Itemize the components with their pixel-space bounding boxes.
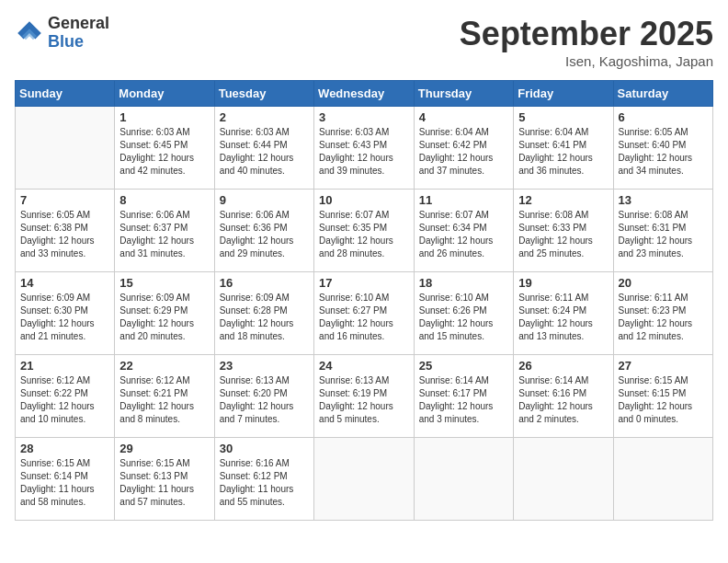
day-header-monday: Monday [115, 81, 214, 107]
calendar-cell: 18Sunrise: 6:10 AM Sunset: 6:26 PM Dayli… [414, 272, 513, 355]
day-info: Sunrise: 6:08 AM Sunset: 6:31 PM Dayligh… [619, 209, 709, 260]
day-info: Sunrise: 6:15 AM Sunset: 6:15 PM Dayligh… [619, 374, 709, 426]
day-info: Sunrise: 6:09 AM Sunset: 6:29 PM Dayligh… [119, 292, 209, 343]
day-number: 22 [119, 359, 209, 373]
calendar-cell: 3Sunrise: 6:03 AM Sunset: 6:43 PM Daylig… [314, 107, 415, 190]
day-info: Sunrise: 6:06 AM Sunset: 6:37 PM Dayligh… [119, 209, 209, 260]
logo-general-text: General [48, 15, 109, 33]
logo-blue-text: Blue [48, 33, 109, 52]
day-number: 4 [419, 110, 508, 124]
calendar-cell [414, 438, 513, 521]
calendar-cell: 28Sunrise: 6:15 AM Sunset: 6:14 PM Dayli… [16, 438, 115, 521]
calendar-cell: 11Sunrise: 6:07 AM Sunset: 6:34 PM Dayli… [414, 190, 513, 272]
calendar-week-row: 21Sunrise: 6:12 AM Sunset: 6:22 PM Dayli… [16, 355, 713, 438]
day-number: 8 [119, 193, 209, 207]
calendar-cell: 16Sunrise: 6:09 AM Sunset: 6:28 PM Dayli… [214, 272, 313, 355]
day-number: 13 [619, 193, 709, 207]
calendar-title: September 2025 [460, 15, 713, 53]
calendar-week-row: 1Sunrise: 6:03 AM Sunset: 6:45 PM Daylig… [16, 107, 713, 190]
day-number: 11 [419, 193, 508, 207]
calendar-cell: 6Sunrise: 6:05 AM Sunset: 6:40 PM Daylig… [613, 107, 713, 190]
day-info: Sunrise: 6:09 AM Sunset: 6:28 PM Dayligh… [220, 292, 309, 343]
logo-icon [15, 18, 44, 48]
day-header-thursday: Thursday [414, 81, 513, 107]
day-info: Sunrise: 6:11 AM Sunset: 6:23 PM Dayligh… [619, 292, 709, 343]
calendar-week-row: 28Sunrise: 6:15 AM Sunset: 6:14 PM Dayli… [16, 438, 713, 521]
day-info: Sunrise: 6:15 AM Sunset: 6:14 PM Dayligh… [20, 457, 109, 509]
calendar-cell: 24Sunrise: 6:13 AM Sunset: 6:19 PM Dayli… [314, 355, 415, 438]
calendar-cell: 2Sunrise: 6:03 AM Sunset: 6:44 PM Daylig… [214, 107, 313, 190]
day-number: 9 [220, 193, 309, 207]
calendar-cell: 7Sunrise: 6:05 AM Sunset: 6:38 PM Daylig… [16, 190, 115, 272]
calendar-cell: 29Sunrise: 6:15 AM Sunset: 6:13 PM Dayli… [115, 438, 214, 521]
calendar-cell: 26Sunrise: 6:14 AM Sunset: 6:16 PM Dayli… [514, 355, 613, 438]
day-info: Sunrise: 6:14 AM Sunset: 6:16 PM Dayligh… [518, 374, 608, 426]
calendar-body: 1Sunrise: 6:03 AM Sunset: 6:45 PM Daylig… [16, 107, 713, 521]
logo-text: General Blue [48, 15, 109, 52]
day-info: Sunrise: 6:13 AM Sunset: 6:20 PM Dayligh… [220, 374, 309, 426]
day-info: Sunrise: 6:10 AM Sunset: 6:26 PM Dayligh… [419, 292, 508, 343]
day-info: Sunrise: 6:03 AM Sunset: 6:43 PM Dayligh… [319, 126, 409, 178]
day-info: Sunrise: 6:07 AM Sunset: 6:34 PM Dayligh… [419, 209, 508, 260]
calendar-cell: 25Sunrise: 6:14 AM Sunset: 6:17 PM Dayli… [414, 355, 513, 438]
day-number: 26 [518, 359, 608, 373]
logo: General Blue [15, 15, 109, 52]
calendar-cell: 20Sunrise: 6:11 AM Sunset: 6:23 PM Dayli… [613, 272, 713, 355]
day-number: 10 [319, 193, 409, 207]
day-info: Sunrise: 6:16 AM Sunset: 6:12 PM Dayligh… [220, 457, 309, 509]
calendar-table: SundayMondayTuesdayWednesdayThursdayFrid… [15, 80, 713, 521]
day-info: Sunrise: 6:09 AM Sunset: 6:30 PM Dayligh… [20, 292, 109, 343]
day-number: 25 [419, 359, 508, 373]
day-number: 5 [518, 110, 608, 124]
calendar-cell: 1Sunrise: 6:03 AM Sunset: 6:45 PM Daylig… [115, 107, 214, 190]
day-number: 19 [518, 276, 608, 290]
day-header-wednesday: Wednesday [314, 81, 415, 107]
day-number: 21 [20, 359, 109, 373]
day-info: Sunrise: 6:07 AM Sunset: 6:35 PM Dayligh… [319, 209, 409, 260]
day-number: 23 [220, 359, 309, 373]
calendar-cell: 13Sunrise: 6:08 AM Sunset: 6:31 PM Dayli… [613, 190, 713, 272]
day-number: 2 [220, 110, 309, 124]
day-number: 18 [419, 276, 508, 290]
day-info: Sunrise: 6:06 AM Sunset: 6:36 PM Dayligh… [220, 209, 309, 260]
day-info: Sunrise: 6:11 AM Sunset: 6:24 PM Dayligh… [518, 292, 608, 343]
calendar-cell: 19Sunrise: 6:11 AM Sunset: 6:24 PM Dayli… [514, 272, 613, 355]
day-info: Sunrise: 6:03 AM Sunset: 6:45 PM Dayligh… [119, 126, 209, 178]
calendar-cell [613, 438, 713, 521]
day-number: 7 [20, 193, 109, 207]
day-number: 6 [619, 110, 709, 124]
day-number: 20 [619, 276, 709, 290]
day-number: 14 [20, 276, 109, 290]
day-info: Sunrise: 6:05 AM Sunset: 6:40 PM Dayligh… [619, 126, 709, 178]
calendar-cell: 12Sunrise: 6:08 AM Sunset: 6:33 PM Dayli… [514, 190, 613, 272]
day-number: 3 [319, 110, 409, 124]
calendar-cell: 27Sunrise: 6:15 AM Sunset: 6:15 PM Dayli… [613, 355, 713, 438]
day-header-sunday: Sunday [16, 81, 115, 107]
day-info: Sunrise: 6:05 AM Sunset: 6:38 PM Dayligh… [20, 209, 109, 260]
day-number: 12 [518, 193, 608, 207]
calendar-subtitle: Isen, Kagoshima, Japan [460, 53, 713, 69]
day-header-saturday: Saturday [613, 81, 713, 107]
day-header-friday: Friday [514, 81, 613, 107]
day-info: Sunrise: 6:14 AM Sunset: 6:17 PM Dayligh… [419, 374, 508, 426]
day-info: Sunrise: 6:10 AM Sunset: 6:27 PM Dayligh… [319, 292, 409, 343]
calendar-cell: 9Sunrise: 6:06 AM Sunset: 6:36 PM Daylig… [214, 190, 313, 272]
day-info: Sunrise: 6:12 AM Sunset: 6:21 PM Dayligh… [119, 374, 209, 426]
day-number: 17 [319, 276, 409, 290]
day-info: Sunrise: 6:12 AM Sunset: 6:22 PM Dayligh… [20, 374, 109, 426]
day-number: 15 [119, 276, 209, 290]
calendar-cell [514, 438, 613, 521]
day-info: Sunrise: 6:13 AM Sunset: 6:19 PM Dayligh… [319, 374, 409, 426]
day-number: 24 [319, 359, 409, 373]
day-number: 28 [20, 442, 109, 455]
day-number: 16 [220, 276, 309, 290]
calendar-header-row: SundayMondayTuesdayWednesdayThursdayFrid… [16, 81, 713, 107]
day-number: 29 [119, 442, 209, 455]
day-header-tuesday: Tuesday [214, 81, 313, 107]
calendar-cell: 23Sunrise: 6:13 AM Sunset: 6:20 PM Dayli… [214, 355, 313, 438]
calendar-cell: 10Sunrise: 6:07 AM Sunset: 6:35 PM Dayli… [314, 190, 415, 272]
calendar-cell: 17Sunrise: 6:10 AM Sunset: 6:27 PM Dayli… [314, 272, 415, 355]
calendar-cell: 30Sunrise: 6:16 AM Sunset: 6:12 PM Dayli… [214, 438, 313, 521]
page-header: General Blue September 2025 Isen, Kagosh… [15, 15, 713, 69]
day-info: Sunrise: 6:03 AM Sunset: 6:44 PM Dayligh… [220, 126, 309, 178]
